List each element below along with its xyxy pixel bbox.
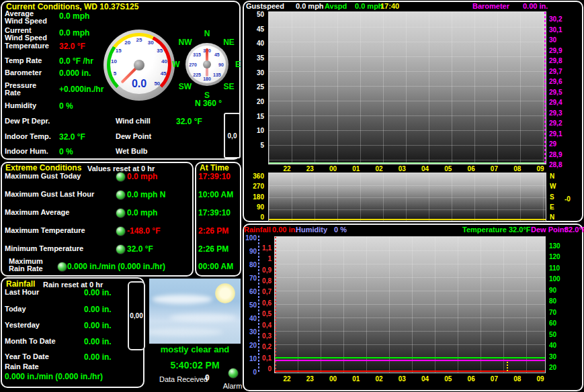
- temperature-right-axis-tick: 120: [549, 254, 560, 260]
- forecast-condition-text: mostly clear and: [149, 344, 241, 354]
- alarm-led[interactable]: [228, 368, 239, 379]
- compass-direction-sw: SW: [179, 82, 192, 91]
- compass-direction-e: E: [235, 60, 241, 69]
- chart-bottom-xlabel-01: 01: [352, 375, 360, 383]
- direction-current-value: -0: [565, 195, 571, 203]
- temperature-right-axis-tick: 30: [549, 354, 556, 360]
- barometer-series-line: [544, 12, 546, 164]
- at-time-title: At Time: [200, 163, 229, 173]
- rain-left-axis-tick: 0,1: [262, 355, 272, 362]
- rainfall-value-today: 0.00 in.: [84, 305, 112, 313]
- temperature-right-axis-tick: 50: [549, 332, 556, 338]
- extreme-led-maximum-gust-last-hour[interactable]: [116, 190, 126, 200]
- chart-bottom-header-temperature: Temperature: [462, 226, 507, 234]
- gust-left-axis-tick: 25: [257, 84, 264, 91]
- forecast-clock: 5:40:02 PM: [149, 360, 241, 371]
- current-value-temp-rate: 0.0 °F /hr: [59, 57, 93, 65]
- chart-bottom-header-0-00-in: 0.00 in.: [272, 226, 297, 234]
- compass-degree-90: 90: [218, 62, 224, 67]
- temperature-right-axis-tick: 40: [549, 342, 556, 349]
- humidity-left-axis-tick: 50: [249, 302, 257, 309]
- rain-humidity-temp-plot[interactable]: [274, 236, 546, 373]
- extreme-value-maximum-average: 0.0 mph: [127, 209, 157, 217]
- chart-top-xlabel-08: 08: [513, 165, 521, 173]
- barometer-right-axis-tick: 29,5: [549, 89, 562, 96]
- gust-speed-plot[interactable]: [268, 11, 546, 164]
- chart-top-header-0-0-mph: 0.0 mph: [355, 2, 383, 10]
- current-value-temperature: 32.0 °F: [59, 42, 85, 50]
- extreme-value-minimum-temperature: 32.0 °F: [127, 245, 153, 253]
- current-label-average-wind-speed: Average Wind Speed: [5, 10, 47, 25]
- chart-bottom-xlabel-02: 02: [376, 375, 383, 383]
- compass-hub: [203, 60, 211, 68]
- current-label-wet-bulb: Wet Bulb: [116, 148, 147, 155]
- barometer-right-axis-tick: 29,3: [549, 110, 562, 117]
- chart-top-header-avspd: Avspd: [325, 2, 347, 10]
- current-value-average-wind-speed: 0.0 mph: [59, 12, 89, 20]
- gust-left-axis-tick: 5: [260, 142, 264, 149]
- extreme-led-maximum-gust-today[interactable]: [116, 172, 126, 182]
- gust-left-axis-tick: 50: [257, 11, 264, 18]
- chart-bottom-header-humidity: Humidity: [296, 226, 327, 234]
- barometer-right-axis-tick: 30,1: [549, 27, 562, 34]
- extreme-led-maximum-average[interactable]: [116, 208, 126, 218]
- extreme-label-maximum-gust-last-hour: Maximum Gust Last Hour: [5, 191, 94, 198]
- rainfall-label-last-hour: Last Hour: [5, 289, 39, 296]
- rain-rate-value: 0.000 in./min (0.000 in./hr): [5, 373, 103, 381]
- extreme-value-maximum-gust-last-hour: 0.0 mph N: [127, 191, 165, 199]
- current-label-dew-point: Dew Point: [116, 133, 151, 140]
- rain-left-axis: 1,110,90,80,70,60,50,40,30,20,10: [259, 245, 272, 373]
- extreme-label-minimum-temperature: Minimum Temperature: [5, 245, 83, 252]
- barometer-right-axis-tick: 29,7: [549, 68, 562, 75]
- barometer-right-axis-tick: 29,6: [549, 79, 562, 85]
- wind-gauge-tick-15: 15: [116, 47, 122, 53]
- compass-direction-se: SE: [224, 82, 235, 91]
- barometer-right-axis-tick: 29,2: [549, 120, 562, 127]
- rain-mini-gauge-value: 0,00: [130, 312, 142, 320]
- chart-top-xlabel-07: 07: [491, 165, 498, 173]
- extreme-led-maximum-temperature[interactable]: [116, 226, 126, 236]
- direction-left-axis-tick: 360: [253, 173, 264, 180]
- temperature-right-axis-tick: 60: [549, 320, 556, 327]
- now-marker: [507, 362, 508, 373]
- wind-gauge-tick-20: 20: [124, 40, 130, 46]
- chart-bottom-xlabel-03: 03: [399, 375, 406, 383]
- direction-left-axis-tick: 0: [260, 214, 264, 221]
- compass-direction-nw: NW: [178, 38, 192, 47]
- chart-bottom-header-rainfall: Rainfall: [244, 226, 271, 234]
- extreme-label-maximum-rain-rate: Maximum Rain Rate: [9, 258, 43, 273]
- extreme-value-maximum-temperature: -148.0 °F: [127, 227, 161, 235]
- dew-point-series-line: [275, 360, 545, 361]
- wind-direction-plot[interactable]: [268, 173, 546, 222]
- rainfall-label-yesterday: Yesterday: [5, 322, 40, 329]
- gust-left-axis-tick: 35: [257, 55, 264, 62]
- attime-value-maximum-temperature: 2:26 PM: [198, 227, 228, 235]
- humidity-left-axis-tick: 100: [245, 235, 257, 242]
- temperature-right-axis-tick: 20: [549, 364, 556, 371]
- gust-left-axis-tick: 30: [257, 70, 264, 77]
- barometer-right-axis-tick: 29,8: [549, 58, 562, 64]
- humidity-left-axis-tick: 10: [249, 356, 257, 362]
- humidity-left-axis-tick: 70: [249, 275, 257, 282]
- direction-left-axis: 360270180900: [245, 173, 264, 221]
- current-label-humidity: Humidity: [5, 102, 36, 109]
- current-value-wind-chill: 32.0 °F: [176, 117, 202, 126]
- compass-degree-270: 270: [189, 62, 197, 67]
- extreme-led-maximum-rain-rate[interactable]: [57, 262, 67, 272]
- temperature-right-axis: 1301201101009080706050403020: [549, 243, 567, 371]
- wind-speed-gauge-value: 0.0: [103, 78, 175, 90]
- attime-value-maximum-rain-rate: 00:00 AM: [198, 262, 233, 271]
- rainfall-series-line: [275, 371, 545, 372]
- extreme-led-minimum-temperature[interactable]: [116, 244, 126, 254]
- gust-left-axis: 5045403530252015105: [245, 11, 264, 149]
- chart-top-xlabel-05: 05: [444, 165, 452, 173]
- wind-gauge-tick-25: 25: [136, 37, 142, 43]
- direction-left-axis-tick: 180: [253, 194, 264, 201]
- rain-left-axis-tick: 0,8: [262, 278, 272, 285]
- current-label-dew-pt-depr: Dew Pt Depr.: [5, 117, 50, 125]
- indoor-mini-gauge-value: 0,0: [228, 132, 237, 140]
- direction-right-axis-tick: E: [550, 204, 554, 211]
- compass-degree-135: 135: [213, 72, 221, 77]
- chart-bottom-xlabel-05: 05: [444, 375, 452, 383]
- humidity-left-axis-tick: 40: [249, 315, 257, 322]
